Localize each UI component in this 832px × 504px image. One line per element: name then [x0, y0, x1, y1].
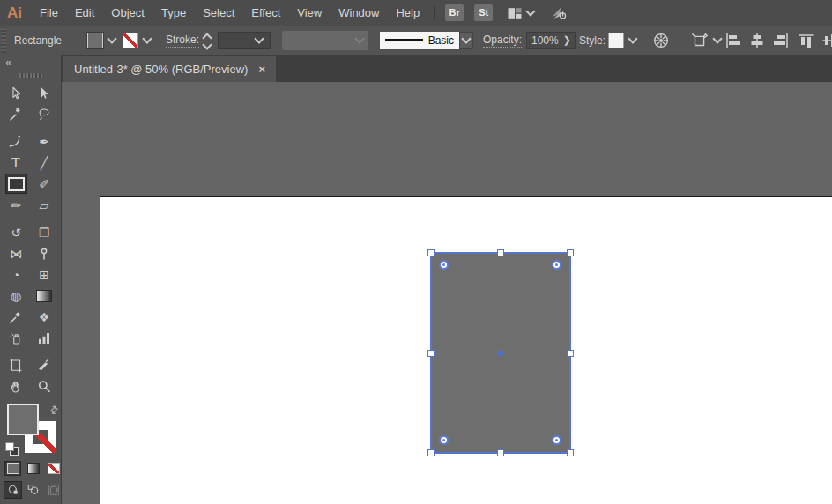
workspace-switcher[interactable] [506, 4, 534, 22]
live-corner-widget-se[interactable] [552, 435, 561, 445]
object-center-point[interactable] [497, 350, 504, 357]
fill-color-control[interactable] [87, 26, 115, 55]
opacity-control[interactable]: 100% ❯ [526, 26, 576, 55]
style-chevron-icon[interactable] [628, 33, 637, 43]
align-vertical-top-button[interactable] [796, 26, 819, 55]
perspective-grid-tool[interactable]: ⊞ [33, 264, 56, 285]
bounding-box-handle-s[interactable] [497, 449, 504, 456]
slice-tool[interactable] [33, 355, 56, 375]
brush-definition-dropdown[interactable]: Basic [380, 26, 473, 55]
mesh-tool[interactable]: ◍ [5, 285, 27, 306]
shape-builder-tool[interactable]: ◔ [5, 264, 27, 285]
stroke-color-swatch[interactable] [123, 33, 138, 48]
width-tool[interactable]: ⋈ [5, 243, 27, 263]
recolor-artwork-button[interactable] [650, 26, 672, 55]
menu-view[interactable]: View [297, 6, 322, 19]
live-corner-widget-nw[interactable] [439, 260, 449, 270]
eraser-tool[interactable]: ▱ [33, 195, 56, 215]
scale-tool[interactable]: ❐ [33, 222, 56, 242]
selection-tool[interactable] [5, 83, 27, 103]
illustrator-window: Ai FileEditObjectTypeSelectEffectViewWin… [0, 0, 832, 504]
menu-type[interactable]: Type [161, 6, 186, 19]
draw-behind-button[interactable] [24, 481, 42, 499]
default-fill-stroke-icon[interactable] [5, 442, 18, 455]
lasso-tool[interactable] [33, 104, 56, 124]
fill-dropdown-chevron-icon[interactable] [107, 33, 116, 43]
bounding-box-handle-ne[interactable] [567, 249, 574, 256]
stroke-weight-dropdown[interactable] [218, 26, 271, 55]
rotate-tool[interactable]: ↺ [5, 222, 27, 242]
draw-normal-button[interactable] [4, 481, 22, 499]
align-horizontal-left-button[interactable] [722, 26, 745, 55]
fill-color-swatch[interactable] [87, 33, 103, 48]
stroke-dropdown-chevron-icon[interactable] [142, 33, 152, 43]
blend-tool[interactable]: ❖ [33, 307, 56, 327]
menu-file[interactable]: File [40, 6, 58, 19]
menu-help[interactable]: Help [396, 6, 420, 19]
menu-window[interactable]: Window [338, 6, 379, 19]
type-tool[interactable]: T [5, 152, 27, 173]
symbol-sprayer-tool[interactable] [5, 328, 27, 348]
shaper-tool[interactable]: ✏ [5, 195, 27, 215]
live-corner-widget-sw[interactable] [439, 435, 449, 445]
gradient-button[interactable] [25, 461, 41, 476]
collapse-panel-icon[interactable]: « [5, 56, 11, 69]
puppet-warp-tool[interactable] [33, 243, 56, 263]
illustrator-logo-icon[interactable]: Ai [7, 4, 22, 22]
toolbar-grip[interactable] [19, 73, 42, 78]
align-vertical-center-button[interactable] [820, 26, 832, 55]
control-bar-grip[interactable] [1, 27, 6, 53]
gradient-tool[interactable] [33, 285, 56, 306]
control-bar: Rectangle Stroke: Basic [0, 26, 832, 56]
bridge-button[interactable]: Br [445, 4, 464, 21]
chevron-down-icon [354, 33, 364, 43]
menu-object[interactable]: Object [111, 6, 145, 19]
menu-effect[interactable]: Effect [251, 6, 280, 19]
zoom-tool[interactable] [33, 376, 56, 397]
tab-close-icon[interactable]: × [258, 63, 265, 76]
stock-button[interactable]: St [474, 4, 493, 21]
stroke-weight-label[interactable]: Stroke: [166, 33, 199, 48]
fill-proxy-swatch[interactable] [7, 404, 39, 435]
direct-selection-tool[interactable] [33, 83, 56, 103]
stroke-weight-stepper[interactable] [204, 26, 214, 55]
document-tab[interactable]: Untitled-3* @ 50% (RGB/Preview) × [63, 56, 276, 82]
none-button[interactable] [45, 461, 62, 476]
menu-edit[interactable]: Edit [75, 6, 94, 19]
line-segment-tool[interactable]: ╱ [33, 152, 56, 173]
style-swatch[interactable] [608, 33, 624, 48]
pen-tool[interactable]: ✒ [33, 131, 56, 152]
brush-dropdown-button[interactable] [459, 32, 473, 49]
hand-tool[interactable] [5, 376, 27, 397]
shape-properties-dropdown[interactable] [689, 26, 721, 55]
paintbrush-tool[interactable]: ✐ [33, 174, 56, 194]
eyedropper-tool[interactable] [5, 307, 27, 327]
canvas[interactable] [62, 82, 832, 504]
rectangle-tool[interactable] [5, 174, 27, 194]
opacity-value[interactable]: 100% [531, 34, 559, 47]
bounding-box-handle-n[interactable] [497, 249, 504, 256]
bounding-box-handle-se[interactable] [567, 449, 574, 456]
bounding-box-handle-e[interactable] [567, 350, 574, 357]
opacity-slider-arrow-icon[interactable]: ❯ [560, 34, 575, 46]
bounding-box-handle-sw[interactable] [427, 449, 435, 456]
live-corner-widget-ne[interactable] [552, 260, 561, 270]
magic-wand-tool[interactable] [5, 104, 27, 124]
opacity-label[interactable]: Opacity: [483, 33, 522, 48]
selected-rectangle[interactable] [430, 252, 571, 454]
style-dropdown[interactable] [608, 26, 636, 55]
artboard-tool[interactable] [5, 355, 27, 375]
menu-select[interactable]: Select [203, 6, 234, 19]
draw-inside-button[interactable] [44, 481, 63, 499]
bounding-box-handle-w[interactable] [427, 350, 435, 357]
stepper-down-icon[interactable] [202, 40, 212, 49]
stroke-color-control[interactable] [123, 26, 151, 55]
curvature-tool[interactable] [5, 131, 27, 152]
swap-fill-stroke-icon[interactable]: ⇄ [46, 402, 61, 417]
column-graph-tool[interactable] [33, 328, 56, 348]
align-horizontal-right-button[interactable] [769, 26, 792, 55]
color-button[interactable] [4, 461, 21, 476]
gpu-performance-icon[interactable] [550, 4, 568, 22]
align-horizontal-center-button[interactable] [746, 26, 769, 55]
bounding-box-handle-nw[interactable] [427, 249, 435, 256]
